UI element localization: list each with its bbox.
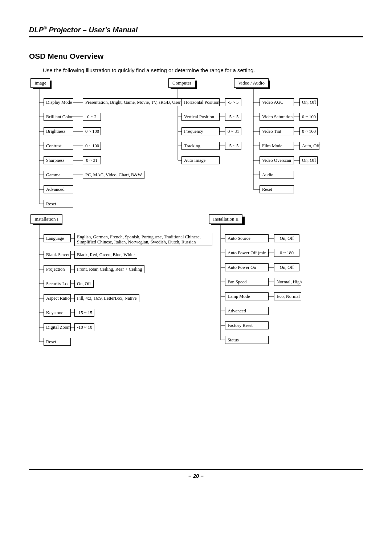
- image-reset-label: Reset: [44, 200, 73, 208]
- i2-fan-value: Normal, High: [274, 278, 301, 286]
- computer-vpos-label: Vertical Position: [181, 113, 220, 121]
- osd-diagram: Image Computer Video / Audio Display Mod…: [29, 78, 363, 354]
- image-sharpness-label: Sharpness: [44, 156, 73, 164]
- i1-reset-label: Reset: [44, 338, 71, 346]
- image-display-mode-label: Display Mode: [44, 98, 73, 106]
- page-number: – 20 –: [188, 473, 204, 479]
- i2-lamp-label: Lamp Mode: [225, 292, 269, 300]
- video-agc-value: On, Off: [299, 98, 318, 106]
- i1-proj-label: Projection: [44, 265, 71, 273]
- i1-keystone-label: Keystone: [44, 309, 71, 317]
- image-contrast-label: Contrast: [44, 142, 73, 150]
- image-brilliant-color-value: 0 ~ 2: [83, 113, 101, 121]
- i2-autoon-value: On, Off: [274, 263, 299, 271]
- registered-mark: ®: [44, 25, 47, 30]
- tab-computer: Computer: [168, 78, 195, 88]
- i1-aspect-value: Fill, 4:3, 16:9, LetterBox, Native: [74, 294, 139, 302]
- video-tint-value: 0 ~ 100: [299, 127, 318, 135]
- image-contrast-value: 0 ~ 100: [83, 142, 101, 150]
- i2-lamp-value: Eco, Normal: [274, 292, 301, 300]
- i2-advanced-label: Advanced: [225, 307, 269, 315]
- header-prefix: DLP: [29, 26, 44, 34]
- computer-autoimg-label: Auto Image: [181, 156, 220, 164]
- computer-freq-label: Frequency: [181, 127, 220, 135]
- image-sharpness-value: 0 ~ 31: [83, 156, 101, 164]
- video-overscan-label: Video Overscan: [260, 156, 294, 164]
- i1-zoom-value: -10 ~ 10: [74, 323, 94, 331]
- i1-seclock-value: On, Off: [74, 280, 94, 288]
- section-title: OSD Menu Overview: [29, 52, 363, 61]
- computer-vpos-value: -5 ~ 5: [225, 113, 241, 121]
- computer-hpos-value: -5 ~ 5: [225, 98, 241, 106]
- i1-proj-value: Front, Rear, Ceiling, Rear + Ceiling: [74, 265, 144, 273]
- video-sat-value: 0 ~ 100: [299, 113, 318, 121]
- i2-factory-label: Factory Reset: [225, 321, 269, 329]
- i1-language-value: English, German, French, Spanish, Portug…: [74, 233, 212, 246]
- i2-status-label: Status: [225, 336, 269, 344]
- i1-keystone-value: -15 ~ 15: [74, 309, 94, 317]
- video-tint-label: Video Tint: [260, 127, 294, 135]
- image-display-mode-value: Presentation, Bright, Game, Movie, TV, s…: [83, 98, 183, 106]
- video-audio-label: Audio: [260, 171, 294, 179]
- i2-autosrc-label: Auto Source: [225, 234, 269, 242]
- page-header: DLP® Projector – User's Manual: [29, 25, 363, 37]
- i2-autoon-label: Auto Power On: [225, 263, 269, 271]
- i1-language-label: Language: [44, 234, 71, 242]
- header-suffix: Projector – User's Manual: [47, 26, 138, 34]
- i2-autooff-value: 0 ~ 180: [274, 249, 299, 257]
- image-brightness-label: Brightness: [44, 127, 73, 135]
- i1-blank-label: Blank Screen: [44, 251, 71, 259]
- computer-track-value: -5 ~ 5: [225, 142, 241, 150]
- tab-installation-1: Installation I: [30, 214, 62, 224]
- computer-track-label: Tracking: [181, 142, 220, 150]
- tab-installation-2: Installation II: [209, 214, 242, 224]
- image-advanced-label: Advanced: [44, 185, 73, 193]
- i1-blank-value: Black, Red, Green, Blue, White: [74, 251, 137, 259]
- video-overscan-value: On, Off: [299, 156, 318, 164]
- video-agc-label: Video AGC: [260, 98, 294, 106]
- computer-hpos-label: Horizontal Position: [181, 98, 220, 106]
- image-brilliant-color-label: Brilliant Color: [44, 113, 73, 121]
- i2-fan-label: Fan Speed: [225, 278, 269, 286]
- image-gamma-value: PC, MAC, Video, Chart, B&W: [83, 171, 144, 179]
- i1-aspect-label: Aspect Ratio: [44, 294, 71, 302]
- i1-zoom-label: Digital Zoom: [44, 323, 71, 331]
- tab-image: Image: [30, 78, 50, 88]
- intro-text: Use the following illustration to quickl…: [43, 67, 363, 73]
- image-gamma-label: Gamma: [44, 171, 73, 179]
- image-brightness-value: 0 ~ 100: [83, 127, 101, 135]
- i1-seclock-label: Security Lock: [44, 280, 71, 288]
- video-reset-label: Reset: [260, 185, 294, 193]
- video-film-value: Auto, Off: [299, 142, 319, 150]
- i2-autooff-label: Auto Power Off (min.): [225, 249, 269, 257]
- computer-freq-value: 0 ~ 31: [225, 127, 241, 135]
- page-footer: – 20 –: [29, 469, 363, 479]
- video-film-label: Film Mode: [260, 142, 294, 150]
- i2-autosrc-value: On, Off: [274, 234, 299, 242]
- video-sat-label: Video Saturation: [260, 113, 294, 121]
- tab-video-audio: Video / Audio: [234, 78, 269, 88]
